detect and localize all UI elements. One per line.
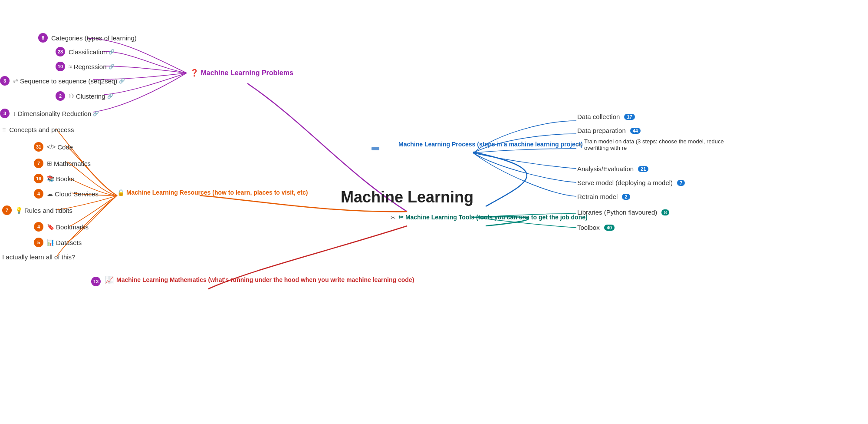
branch-toolbox[interactable]: Toolbox 40 <box>577 224 615 231</box>
svg-rect-0 <box>372 147 379 150</box>
branch-serve-model[interactable]: Serve model (deploying a model) 7 <box>577 179 685 186</box>
branch-dimensionality[interactable]: 3 ↓ Dimensionality Reduction 🔗 <box>0 109 99 118</box>
branch-datasets[interactable]: 5 📊 Datasets <box>34 238 82 247</box>
branch-rules[interactable]: 7 💡 Rules and tidbits <box>2 205 72 215</box>
branch-cloud[interactable]: 4 ☁ Cloud Services <box>34 189 99 199</box>
connections-svg: ✂ <box>0 0 868 424</box>
mind-map-container: ✂ Machine Learning ❓ Machine Learning Pr… <box>0 0 868 424</box>
ml-math-header[interactable]: 13 📈 Machine Learning Mathematics (what'… <box>91 276 230 286</box>
branch-analysis[interactable]: Analysis/Evaluation 21 <box>577 165 648 172</box>
ml-problems-header[interactable]: ❓ Machine Learning Problems <box>190 69 293 78</box>
center-node: Machine Learning <box>329 188 486 206</box>
branch-regression[interactable]: 10 ≈ Regression 🔗 <box>56 62 115 71</box>
ml-resources-header[interactable]: 🔒 Machine Learning Resources (how to lea… <box>117 188 230 197</box>
branch-bookmarks[interactable]: 4 🔖 Bookmarks <box>34 222 89 232</box>
ml-tools-header[interactable]: ✂ Machine Learning Tools (tools you can … <box>398 213 529 222</box>
branch-seq2seq[interactable]: 3 ⇄ Sequence to sequence (seq2seq) 🔗 <box>0 76 125 86</box>
branch-train-model[interactable]: ✂ Train model on data (3 steps: choose t… <box>577 138 742 151</box>
branch-retrain[interactable]: Retrain model 2 <box>577 193 630 200</box>
ml-process-header[interactable]: Machine Learning Process (steps in a mac… <box>398 140 529 149</box>
branch-clustering[interactable]: 2 ⚇ Clustering 🔗 <box>56 91 113 101</box>
branch-data-collection[interactable]: Data collection 17 <box>577 113 635 120</box>
branch-concepts[interactable]: ≡ Concepts and process <box>2 126 74 133</box>
branch-learn-all[interactable]: I actually learn all of this? <box>2 253 75 261</box>
branch-books[interactable]: 16 📚 Books <box>34 174 74 183</box>
branch-categories[interactable]: 8 Categories (types of learning) <box>38 33 137 43</box>
branch-code[interactable]: 31 </> Code <box>34 142 73 152</box>
branch-mathematics[interactable]: 7 ⊞ Mathematics <box>34 159 91 168</box>
branch-libraries[interactable]: Libraries (Python flavoured) 8 <box>577 209 669 216</box>
center-label: Machine Learning <box>341 188 473 206</box>
branch-data-prep[interactable]: Data preparation 44 <box>577 127 641 134</box>
branch-classification[interactable]: 28 Classification 🔗 <box>56 47 115 56</box>
svg-text:✂: ✂ <box>391 214 396 221</box>
